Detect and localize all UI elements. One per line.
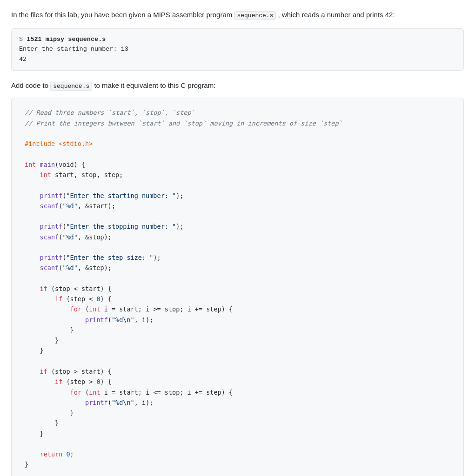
for2-int: int — [89, 389, 100, 396]
printf2-func: printf — [40, 223, 63, 230]
if2-cond: (step < — [62, 295, 96, 303]
if4-close-brace: } — [25, 419, 59, 427]
printf-inner2-fmt: "%d\n" — [112, 399, 134, 406]
if1-close-brace: } — [25, 347, 44, 354]
printf-inner2-func: printf — [85, 399, 108, 406]
printf1-indent — [25, 192, 40, 199]
printf-inner1-indent — [25, 316, 85, 324]
terminal-command: 1521 mipsy sequence.s — [27, 36, 106, 43]
if1-keyword: if — [40, 285, 47, 292]
if1-indent — [25, 285, 40, 292]
printf-inner1-func: printf — [85, 316, 108, 324]
if2-indent — [25, 295, 55, 303]
code-pre: // Read three numbers `start`, `stop`, `… — [25, 107, 450, 469]
add-code-text-before: Add code to — [11, 81, 48, 89]
for1-open: ( — [81, 305, 89, 313]
printf3-indent — [25, 254, 40, 261]
scanf2-indent — [25, 233, 40, 241]
scanf1-indent — [25, 202, 40, 210]
if4-close: ) { — [100, 378, 112, 385]
intro-text-after: , which reads a number and prints 42: — [278, 11, 395, 19]
scanf3-func: scanf — [40, 264, 59, 271]
if4-zero: 0 — [96, 378, 100, 385]
printf1-string: "Enter the starting number: " — [66, 192, 176, 199]
scanf2-rest: , &stop); — [78, 233, 112, 241]
intro-text-before: In the files for this lab, you have been… — [11, 11, 232, 19]
printf-inner2-indent — [25, 399, 85, 406]
if3-cond: (stop > start) { — [47, 368, 112, 375]
return-indent — [25, 450, 40, 458]
for2-close: } — [25, 409, 74, 416]
add-code-text-after: to make it equivalent to this C program: — [94, 81, 215, 89]
int-keyword2: int — [40, 171, 51, 178]
if1-cond: (stop < start) { — [47, 285, 112, 292]
return-keyword: return — [40, 450, 63, 458]
return-semi: ; — [70, 450, 74, 458]
scanf1-rest: , &start); — [78, 202, 115, 210]
close-main-brace: } — [25, 461, 28, 468]
include-line: #include <stdio.h> — [25, 140, 93, 147]
comment-line2: // Print the integers bwtween `start` an… — [25, 119, 342, 127]
printf-inner1-open: ( — [108, 316, 112, 324]
for1-rest: i = start; i >= stop; i += step) { — [100, 305, 233, 313]
printf-inner2-close: , i); — [134, 399, 154, 406]
printf1-paren-close: ); — [176, 192, 183, 199]
return-zero: 0 — [66, 450, 70, 458]
printf3-func: printf — [40, 254, 63, 261]
terminal-block: $ 1521 mipsy sequence.s Enter the starti… — [11, 28, 464, 71]
terminal-line3: 42 — [19, 54, 456, 65]
printf2-string: "Enter the stopping number: " — [66, 223, 176, 230]
printf3-string: "Enter the step size: " — [66, 254, 153, 261]
main-void: (void) { — [55, 161, 85, 168]
scanf3-fmt: "%d" — [62, 264, 78, 271]
for1-keyword: for — [70, 305, 81, 313]
printf1-func: printf — [40, 192, 63, 199]
main-function: main — [40, 161, 55, 168]
if3-indent — [25, 368, 40, 375]
main-sig — [36, 161, 40, 168]
if4-indent — [25, 378, 55, 385]
for2-keyword: for — [70, 389, 81, 396]
if3-close-brace: } — [25, 430, 44, 437]
if2-keyword: if — [55, 295, 62, 303]
for2-rest: i = start; i <= stop; i += step) { — [100, 389, 233, 396]
printf-inner2-open: ( — [108, 399, 112, 406]
if2-close: ) { — [100, 295, 112, 303]
code-block: // Read three numbers `start`, `stop`, `… — [11, 98, 464, 476]
for2-open: ( — [81, 389, 89, 396]
printf-inner1-fmt: "%d\n" — [112, 316, 134, 324]
intro-paragraph: In the files for this lab, you have been… — [11, 9, 464, 21]
decl-vars: start, stop, step; — [51, 171, 123, 178]
intro-code-inline: sequence.s — [234, 11, 276, 20]
scanf1-fmt: "%d" — [62, 202, 78, 210]
for1-indent — [25, 305, 70, 313]
printf2-paren-close: ); — [176, 223, 183, 230]
if2-close-brace: } — [25, 337, 59, 344]
for1-close: } — [25, 326, 74, 334]
printf2-indent — [25, 223, 40, 230]
int-keyword1: int — [25, 161, 36, 168]
add-code-inline: sequence.s — [50, 82, 92, 91]
indent1 — [25, 171, 40, 178]
printf3-paren-close: ); — [153, 254, 161, 261]
terminal-line2: Enter the starting number: 13 — [19, 44, 456, 54]
printf-inner1-close: , i); — [134, 316, 154, 324]
if4-cond: (step > — [62, 378, 96, 385]
scanf1-func: scanf — [40, 202, 59, 210]
if4-keyword: if — [55, 378, 62, 385]
for2-indent — [25, 389, 70, 396]
terminal-dollar: $ — [19, 36, 27, 43]
scanf3-indent — [25, 264, 40, 271]
if2-zero: 0 — [96, 295, 100, 303]
if3-keyword: if — [40, 368, 47, 375]
for1-int: int — [89, 305, 100, 313]
add-code-paragraph: Add code to sequence.s to make it equiva… — [11, 80, 464, 92]
scanf2-func: scanf — [40, 233, 59, 241]
scanf2-fmt: "%d" — [62, 233, 78, 241]
scanf3-rest: , &step); — [78, 264, 112, 271]
comment-line1: // Read three numbers `start`, `stop`, `… — [25, 109, 195, 116]
terminal-line1: $ 1521 mipsy sequence.s — [19, 34, 456, 45]
